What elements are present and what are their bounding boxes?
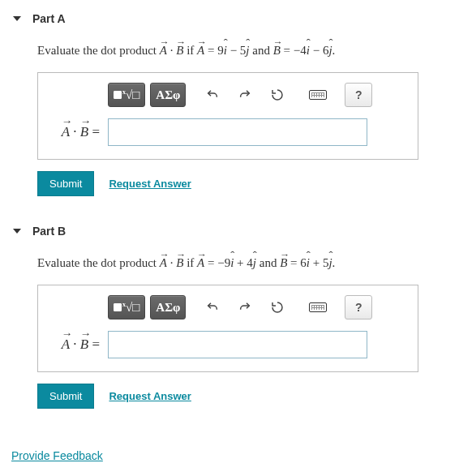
- answer-input[interactable]: [108, 118, 367, 146]
- equation-toolbar: x√□ ΑΣφ ?: [108, 295, 406, 319]
- equation-label: A · B =: [49, 124, 100, 140]
- equation-toolbar: x√□ ΑΣφ ?: [108, 83, 406, 107]
- keyboard-button[interactable]: [304, 83, 332, 107]
- redo-icon: [238, 301, 251, 314]
- redo-icon: [238, 88, 251, 101]
- undo-icon: [206, 301, 219, 314]
- keyboard-icon: [309, 302, 327, 312]
- answer-area: x√□ ΑΣφ ? A · B =: [37, 285, 418, 372]
- help-button[interactable]: ?: [345, 83, 372, 107]
- help-button[interactable]: ?: [345, 295, 372, 319]
- request-answer-link[interactable]: Request Answer: [109, 178, 191, 190]
- templates-button[interactable]: x√□: [108, 295, 145, 319]
- part-b-header[interactable]: Part B: [8, 221, 459, 242]
- question-prompt: Evaluate the dot product A · B if A = −9…: [37, 256, 459, 270]
- answer-area: x√□ ΑΣφ ? A · B =: [37, 72, 418, 160]
- keyboard-icon: [309, 90, 327, 100]
- reset-icon: [271, 301, 284, 314]
- answer-input[interactable]: [108, 331, 367, 358]
- redo-button[interactable]: [231, 83, 259, 107]
- symbols-button[interactable]: ΑΣφ: [150, 295, 186, 319]
- undo-icon: [206, 88, 219, 101]
- redo-button[interactable]: [231, 295, 259, 319]
- caret-down-icon: [13, 229, 21, 234]
- undo-button[interactable]: [199, 295, 226, 319]
- undo-button[interactable]: [199, 83, 226, 107]
- part-title: Part A: [32, 12, 66, 25]
- submit-button[interactable]: Submit: [37, 171, 94, 196]
- part-a-header[interactable]: Part A: [8, 8, 459, 29]
- request-answer-link[interactable]: Request Answer: [109, 390, 191, 402]
- submit-button[interactable]: Submit: [37, 384, 94, 409]
- question-prompt: Evaluate the dot product A · B if A = 9i…: [37, 44, 459, 58]
- template-icon: x√□: [114, 89, 139, 101]
- equation-label: A · B =: [49, 337, 100, 353]
- templates-button[interactable]: x√□: [108, 83, 145, 107]
- reset-icon: [271, 88, 284, 101]
- template-icon: x√□: [114, 302, 139, 314]
- provide-feedback-link[interactable]: Provide Feedback: [11, 449, 103, 462]
- part-title: Part B: [32, 225, 66, 238]
- symbols-button[interactable]: ΑΣφ: [150, 83, 186, 107]
- keyboard-button[interactable]: [304, 295, 332, 319]
- reset-button[interactable]: [264, 83, 291, 107]
- reset-button[interactable]: [264, 295, 291, 319]
- caret-down-icon: [13, 16, 21, 21]
